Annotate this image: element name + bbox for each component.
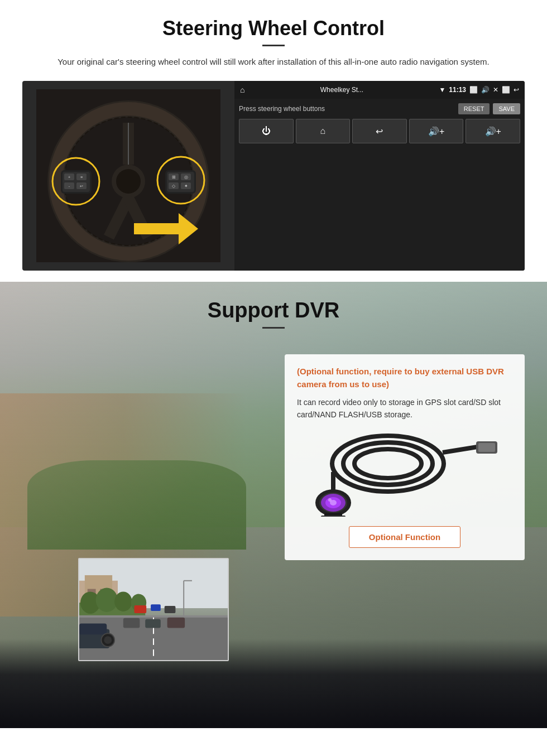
steering-title: Steering Wheel Control [22,17,525,40]
dvr-preview-inner [79,559,228,660]
dvr-preview-image [78,558,229,661]
svg-point-5 [116,169,141,194]
head-unit-panel: ⌂ Wheelkey St... ▼ 11:13 ⬜ 🔊 ✕ ⬜ ↩ Press… [234,81,525,271]
hu-signal-icon: ▼ [439,86,445,94]
hu-ctrl-back[interactable]: ↩ [352,119,407,143]
hu-reset-btn[interactable]: RESET [458,103,490,114]
svg-rect-47 [321,516,346,517]
svg-rect-65 [145,619,161,628]
hu-app-name: Wheelkey St... [248,86,435,94]
hu-back-icon: ↩ [514,86,519,94]
dvr-info-card: (Optional function, require to buy exter… [285,354,525,560]
dvr-title-area: Support DVR [0,282,547,340]
svg-text:⊞: ⊞ [172,175,176,180]
hu-ctrl-power[interactable]: ⏻ [239,119,294,143]
hu-instruction: Press steering wheel buttons [239,105,325,113]
svg-text:↩: ↩ [80,184,83,188]
svg-rect-63 [165,606,176,613]
steering-wheel-photo: + ≡ - ↩ ⊞ ◎ ◇ ✦ [22,81,234,271]
hu-btn-group: RESET SAVE [458,103,520,114]
hu-controls-grid: ⏻ ⌂ ↩ 🔊+ 🔊+ [239,119,520,143]
dvr-optional-text: (Optional function, require to buy exter… [297,365,512,391]
svg-text:≡: ≡ [80,175,83,179]
dvr-camera-image [297,429,512,518]
hu-home-icon: ⌂ [240,85,244,94]
dvr-section: Support DVR (Optional function, require … [0,282,547,728]
steering-image-container: + ≡ - ↩ ⊞ ◎ ◇ ✦ [22,81,525,271]
title-divider [262,45,285,46]
dvr-preview-svg [79,558,228,661]
steering-section: Steering Wheel Control Your original car… [0,0,547,282]
dvr-description: It can record video only to storage in G… [297,396,512,421]
hu-ctrl-home[interactable]: ⌂ [296,119,351,143]
svg-rect-60 [79,615,228,618]
svg-text:✦: ✦ [184,184,188,189]
svg-rect-62 [151,604,161,611]
svg-rect-61 [135,605,147,613]
dvr-title: Support DVR [0,298,547,322]
hu-content: Press steering wheel buttons RESET SAVE … [234,99,525,271]
hu-camera-icon: ⬜ [469,86,478,94]
hu-rect-icon: ⬜ [502,86,510,94]
svg-point-55 [96,588,118,612]
svg-text:◎: ◎ [184,175,188,180]
hu-x-icon: ✕ [493,86,498,94]
svg-line-36 [443,447,477,452]
svg-point-35 [354,449,421,478]
dvr-camera-svg [299,430,511,517]
svg-text:◇: ◇ [172,184,176,189]
steering-description: Your original car's steering wheel contr… [56,55,491,69]
svg-rect-38 [478,443,495,452]
svg-point-72 [104,636,112,644]
hu-statusbar: ⌂ Wheelkey St... ▼ 11:13 ⬜ 🔊 ✕ ⬜ ↩ [234,81,525,99]
hu-ctrl-vol-up2[interactable]: 🔊+ [466,119,520,143]
optional-function-btn[interactable]: Optional Function [349,526,460,548]
hu-sound-icon: 🔊 [481,86,490,94]
hu-ctrl-vol-up1[interactable]: 🔊+ [409,119,464,143]
steering-wheel-svg: + ≡ - ↩ ⊞ ◎ ◇ ✦ [36,89,220,262]
svg-text:+: + [68,175,70,179]
svg-point-56 [114,591,132,611]
hu-save-btn[interactable]: SAVE [493,103,520,114]
svg-rect-66 [167,618,185,628]
dvr-title-divider [262,327,285,329]
svg-rect-70 [79,624,107,635]
hu-instruction-row: Press steering wheel buttons RESET SAVE [239,103,520,114]
svg-rect-64 [123,618,140,628]
svg-point-45 [328,498,332,502]
hu-time: 11:13 [449,86,466,94]
